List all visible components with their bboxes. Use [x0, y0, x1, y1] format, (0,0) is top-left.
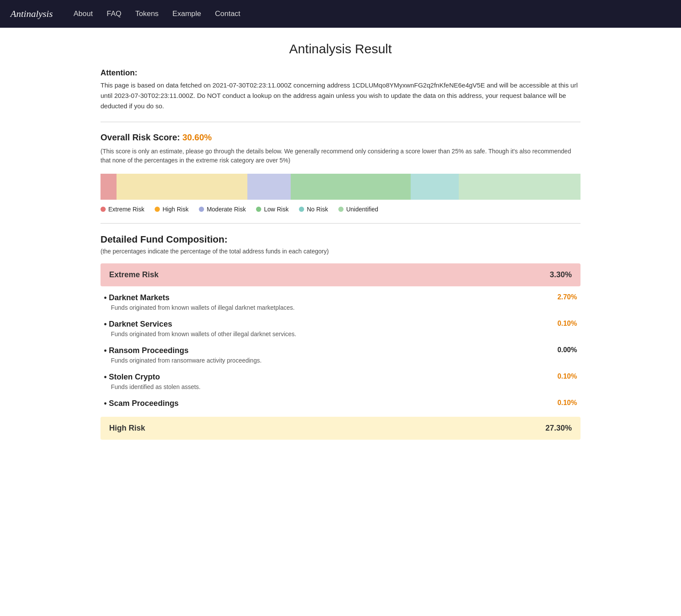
- sub-item-header: Scam Proceedings0.10%: [104, 399, 577, 408]
- risk-bar-segment: [411, 174, 459, 200]
- sub-item: Stolen Crypto0.10%Funds identified as st…: [101, 373, 580, 390]
- risk-note: (This score is only an estimate, please …: [101, 147, 580, 165]
- composition-title: Detailed Fund Composition:: [101, 234, 580, 245]
- sub-item-name: Darknet Markets: [104, 293, 169, 302]
- legend-label: No Risk: [307, 206, 328, 213]
- attention-text: This page is based on data fetched on 20…: [101, 80, 580, 111]
- legend-dot: [155, 207, 160, 212]
- category-name: Extreme Risk: [109, 270, 159, 279]
- sub-item: Scam Proceedings0.10%: [101, 399, 580, 408]
- sub-item-header: Ransom Proceedings0.00%: [104, 346, 577, 355]
- sub-item-name: Stolen Crypto: [104, 373, 160, 382]
- sub-item-desc: Funds originated from known wallets of o…: [111, 331, 577, 337]
- risk-bar: [101, 174, 580, 200]
- legend-label: Moderate Risk: [207, 206, 246, 213]
- legend-item: No Risk: [299, 206, 328, 213]
- legend-label: Low Risk: [264, 206, 289, 213]
- sub-item-desc: Funds originated from known wallets of i…: [111, 304, 577, 311]
- legend-dot: [101, 207, 106, 212]
- sub-item-desc: Funds originated from ransomware activit…: [111, 357, 577, 364]
- sub-item-pct: 0.10%: [558, 399, 577, 407]
- navbar: Antinalysis About FAQ Tokens Example Con…: [0, 0, 681, 28]
- sub-item-name: Ransom Proceedings: [104, 346, 188, 355]
- risk-bar-segment: [291, 174, 411, 200]
- category-header-high: High Risk27.30%: [101, 417, 580, 440]
- sub-item-name: Scam Proceedings: [104, 399, 178, 408]
- sub-item-pct: 0.10%: [558, 320, 577, 327]
- legend-label: Extreme Risk: [108, 206, 144, 213]
- legend-item: Low Risk: [256, 206, 289, 213]
- risk-score-value: 30.60%: [182, 133, 212, 142]
- legend-dot: [338, 207, 344, 212]
- legend-item: Unidentified: [338, 206, 378, 213]
- main-content: Antinalysis Result Attention: This page …: [94, 28, 587, 460]
- sub-item-header: Darknet Markets2.70%: [104, 293, 577, 302]
- nav-about[interactable]: About: [74, 10, 93, 18]
- legend-item: Moderate Risk: [199, 206, 246, 213]
- nav-tokens[interactable]: Tokens: [135, 10, 159, 18]
- divider-2: [101, 223, 580, 224]
- category-pct: 3.30%: [550, 270, 572, 279]
- legend-dot: [299, 207, 304, 212]
- sub-item-header: Stolen Crypto0.10%: [104, 373, 577, 382]
- category-header-extreme: Extreme Risk3.30%: [101, 263, 580, 286]
- legend-label: Unidentified: [346, 206, 378, 213]
- sub-item: Darknet Markets2.70%Funds originated fro…: [101, 293, 580, 311]
- sub-item-header: Darknet Services0.10%: [104, 320, 577, 329]
- risk-legend: Extreme RiskHigh RiskModerate RiskLow Ri…: [101, 206, 580, 213]
- legend-item: Extreme Risk: [101, 206, 144, 213]
- risk-label: Overall Risk Score:: [101, 133, 182, 142]
- composition-subtitle: (the percentages indicate the percentage…: [101, 248, 580, 255]
- sub-item: Darknet Services0.10%Funds originated fr…: [101, 320, 580, 337]
- nav-faq[interactable]: FAQ: [107, 10, 121, 18]
- attention-label: Attention:: [101, 68, 580, 78]
- nav-contact[interactable]: Contact: [215, 10, 240, 18]
- category-name: High Risk: [109, 424, 145, 433]
- legend-dot: [256, 207, 261, 212]
- risk-score-line: Overall Risk Score: 30.60%: [101, 133, 580, 143]
- risk-bar-segment: [101, 174, 117, 200]
- category-pct: 27.30%: [545, 424, 572, 433]
- legend-item: High Risk: [155, 206, 188, 213]
- sub-item-pct: 0.10%: [558, 373, 577, 380]
- page-title: Antinalysis Result: [101, 42, 580, 56]
- risk-bar-segment: [247, 174, 291, 200]
- legend-label: High Risk: [162, 206, 188, 213]
- sub-item-name: Darknet Services: [104, 320, 172, 329]
- risk-bar-segment: [459, 174, 580, 200]
- nav-example[interactable]: Example: [172, 10, 201, 18]
- sub-item-pct: 0.00%: [558, 346, 577, 354]
- sub-item-desc: Funds identified as stolen assets.: [111, 383, 577, 390]
- sub-item-pct: 2.70%: [558, 293, 577, 301]
- site-logo[interactable]: Antinalysis: [10, 8, 53, 19]
- categories-container: Extreme Risk3.30%Darknet Markets2.70%Fun…: [101, 263, 580, 440]
- divider-1: [101, 122, 580, 122]
- sub-item: Ransom Proceedings0.00%Funds originated …: [101, 346, 580, 364]
- legend-dot: [199, 207, 204, 212]
- risk-bar-segment: [117, 174, 247, 200]
